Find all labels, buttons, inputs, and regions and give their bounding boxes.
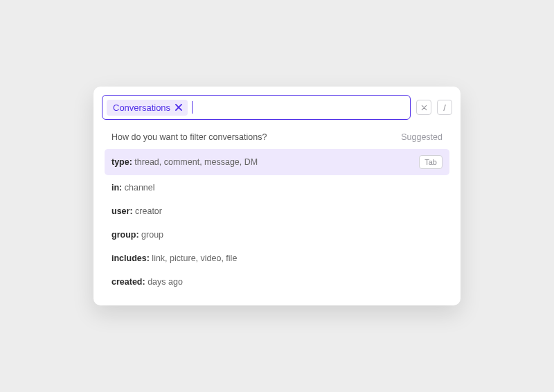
filter-option-key: type: [111,157,132,167]
heading-row: How do you want to filter conversations?… [111,132,443,142]
filter-option-value: group [141,230,163,240]
filter-option-value: link, picture, video, file [152,253,237,263]
filter-option-key: created: [111,277,145,287]
filter-option-includes[interactable]: includes: link, picture, video, file [105,247,449,269]
palette-content: How do you want to filter conversations?… [102,120,452,293]
close-shortcut-key[interactable] [416,100,431,115]
search-row: Conversations / [102,95,452,120]
suggested-label: Suggested [401,132,443,142]
text-caret [192,101,193,114]
search-input[interactable]: Conversations [102,95,411,120]
filter-option-created[interactable]: created: days ago [105,271,449,293]
prompt-heading: How do you want to filter conversations? [111,132,267,142]
filter-option-user[interactable]: user: creator [105,200,449,222]
tab-hint: Tab [419,155,443,169]
filter-option-value: days ago [148,277,183,287]
filter-option-value: creator [135,206,162,216]
command-palette: Conversations / How do you want to filte… [93,87,461,305]
search-token[interactable]: Conversations [107,100,188,116]
filter-option-value: thread, comment, message, DM [134,157,258,167]
filter-option-key: in: [111,183,122,193]
filter-option-type[interactable]: type: thread, comment, message, DM Tab [105,149,449,175]
filter-option-key: user: [111,206,133,216]
slash-shortcut-key[interactable]: / [437,100,452,115]
search-token-label: Conversations [113,103,170,113]
filter-option-key: includes: [111,253,150,263]
filter-option-group[interactable]: group: group [105,224,449,246]
options-list: type: thread, comment, message, DM Tab i… [111,149,443,293]
filter-option-value: channel [125,183,155,193]
filter-option-in[interactable]: in: channel [105,177,449,199]
remove-token-icon[interactable] [174,103,184,112]
filter-option-text: type: thread, comment, message, DM [111,157,258,167]
filter-option-key: group: [111,230,139,240]
